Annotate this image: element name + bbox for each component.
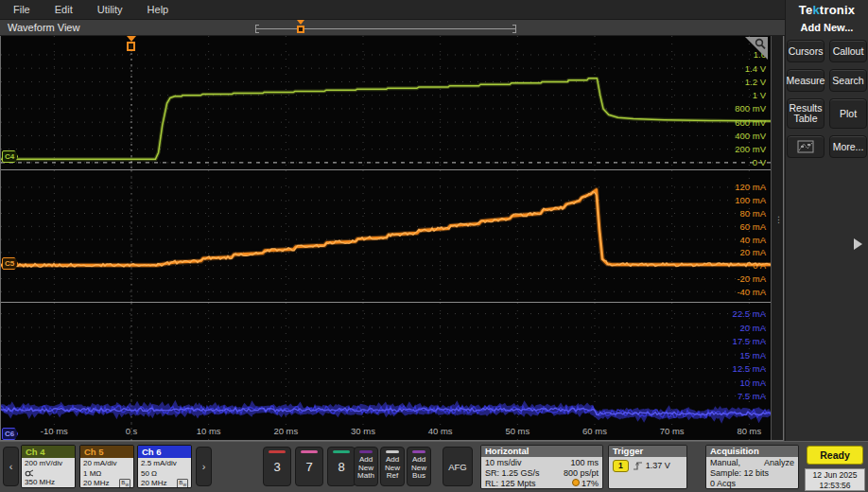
acquisition-panel[interactable]: Acquisition Manual,Analyze Sample: 12 bi… (705, 445, 799, 489)
bandwidth-limit-icon: Bw (177, 479, 188, 488)
search-button[interactable]: Search (829, 69, 867, 92)
svg-text:1.2 V: 1.2 V (745, 77, 767, 87)
ready-status-button[interactable]: Ready (807, 446, 863, 465)
ch4-header: Ch 4 (22, 446, 75, 458)
horizontal-panel[interactable]: Horizontal 10 ms/div100 ms SR: 1.25 GS/s… (480, 445, 603, 489)
rising-edge-icon (633, 461, 643, 471)
ch6-bandwidth: 20 MHz (141, 479, 167, 488)
add-new-ref-button[interactable]: Add New Ref (380, 447, 405, 486)
trigger-level: 1.37 V (646, 461, 670, 471)
svg-text:1 V: 1 V (753, 90, 767, 100)
add-new-header: Add New... (786, 22, 868, 33)
channel-scroll-right-button[interactable]: › (196, 447, 212, 486)
channel-badge-ch4[interactable]: Ch 4 200 mV/div 350 MHz (21, 445, 76, 488)
channel-3-button[interactable]: 3 (263, 447, 291, 486)
svg-text:-40 mA: -40 mA (737, 287, 766, 297)
menu-file[interactable]: File (13, 4, 30, 15)
acquisition-sample: Sample: 12 bits (710, 468, 794, 479)
svg-text:-10 ms: -10 ms (41, 426, 68, 436)
mask-icon (797, 140, 814, 153)
overview-trigger-position-icon[interactable] (297, 23, 305, 34)
trigger-panel[interactable]: Trigger 1 1.37 V (608, 445, 687, 489)
waveform-slice-ch6[interactable]: 22.5 mA20 mA17.5 mA15 mA12.5 mA10 mA7.5 … (1, 302, 772, 442)
menu-help[interactable]: Help (148, 4, 169, 15)
ch5-bandwidth: 20 MHz (83, 479, 110, 488)
overview-track (255, 28, 516, 29)
datetime-display: 12 Jun 2025 12:53:56 (805, 468, 865, 491)
more-button[interactable]: More... (829, 135, 867, 158)
acquisition-analyze: Analyze (764, 458, 794, 468)
svg-text:80 mA: 80 mA (740, 208, 767, 219)
probe-icon (25, 469, 72, 478)
measure-button[interactable]: Measure (787, 69, 825, 92)
horizontal-position: 17% (582, 479, 599, 488)
menu-utility[interactable]: Utility (97, 4, 123, 15)
acquisition-count: 0 Acqs (710, 479, 794, 489)
channel-7-button[interactable]: 7 (295, 447, 323, 486)
svg-text:20 mA: 20 mA (740, 247, 767, 257)
callout-button[interactable]: Callout (829, 40, 867, 62)
svg-text:-20 mA: -20 mA (737, 273, 766, 284)
svg-text:7.5 mA: 7.5 mA (738, 391, 767, 401)
channel-badge-ch5[interactable]: Ch 5 20 mA/div 1 MΩ 20 MHzBw (79, 445, 134, 488)
acquisition-title: Acquisition (706, 446, 798, 457)
mask-test-button[interactable] (787, 135, 825, 158)
panel-expander-arrow-icon[interactable] (854, 238, 862, 250)
svg-text:800 mV: 800 mV (735, 103, 766, 114)
ch5-header: Ch 5 (80, 446, 133, 458)
horizontal-scale: 10 ms/div (485, 458, 522, 468)
svg-text:100 mA: 100 mA (735, 195, 766, 205)
slice-svg-1: 120 mA100 mA80 mA60 mA40 mA20 mA0 A-20 m… (1, 170, 772, 303)
menu-bar: File Edit Utility Help (0, 0, 785, 20)
bandwidth-limit-icon: Bw (119, 479, 130, 488)
add-new-math-button[interactable]: Add New Math (354, 447, 378, 486)
waveform-slice-ch4[interactable]: 1.61.4 V1.2 V1 V800 mV600 mV400 mV200 mV… (1, 36, 772, 169)
svg-text:1.4 V: 1.4 V (745, 63, 767, 74)
channel-scroll-left-button[interactable]: ‹ (3, 447, 19, 486)
scrollbar-handle-icon[interactable]: ⋮ (774, 218, 783, 221)
vertical-scrollbar[interactable]: ⋮ (771, 36, 783, 440)
afg-button[interactable]: AFG (443, 447, 473, 486)
record-length: RL: 125 Mpts (485, 479, 536, 489)
sample-period: 800 ps/pt (564, 468, 599, 479)
svg-text:120 mA: 120 mA (735, 182, 766, 192)
svg-text:0 s: 0 s (126, 426, 138, 436)
svg-text:80 ms: 80 ms (737, 426, 761, 436)
ch4-scale: 200 mV/div (25, 459, 72, 469)
trigger-position-icon[interactable] (126, 36, 137, 53)
svg-text:17.5 mA: 17.5 mA (733, 336, 767, 346)
oscilloscope-screen: File Edit Utility Help Waveform View 1.6… (0, 0, 868, 492)
menu-edit[interactable]: Edit (55, 4, 73, 15)
channel-badge-ch6[interactable]: Ch 6 2.5 mA/div 50 Ω 20 MHzBw (137, 445, 192, 488)
horizontal-window: 100 ms (570, 458, 599, 468)
slice-svg-2: 22.5 mA20 mA17.5 mA15 mA12.5 mA10 mA7.5 … (1, 303, 772, 442)
svg-text:50 ms: 50 ms (505, 426, 529, 436)
bottom-bar: ‹ Ch 4 200 mV/div 350 MHz Ch 5 20 mA/div… (0, 441, 868, 492)
tektronix-logo: Tektronix (786, 0, 868, 17)
svg-text:200 mV: 200 mV (735, 144, 766, 154)
plot-button[interactable]: Plot (829, 98, 867, 129)
ch5-impedance: 1 MΩ (83, 469, 130, 480)
ch6-impedance: 50 Ω (141, 469, 188, 480)
tab-waveform-view[interactable]: Waveform View (8, 22, 79, 33)
results-table-button[interactable]: Results Table (787, 98, 825, 129)
ch5-scale: 20 mA/div (83, 459, 130, 469)
svg-text:20 mA: 20 mA (740, 323, 767, 333)
channel-8-button[interactable]: 8 (327, 447, 356, 486)
right-sidebar: Tektronix Add New... Cursors Callout Mea… (785, 0, 868, 441)
cursors-button[interactable]: Cursors (787, 40, 825, 62)
add-new-bus-button[interactable]: Add New Bus (407, 447, 431, 486)
overview-right-bracket (512, 25, 516, 33)
record-overview-slider[interactable] (255, 26, 516, 32)
svg-text:20 ms: 20 ms (273, 426, 298, 436)
ch4-bandwidth: 350 MHz (25, 478, 72, 488)
waveform-slice-ch5[interactable]: 120 mA100 mA80 mA60 mA40 mA20 mA0 A-20 m… (1, 169, 772, 303)
ch6-header: Ch 6 (138, 446, 191, 458)
svg-text:60 mA: 60 mA (740, 221, 767, 232)
sample-rate: SR: 1.25 GS/s (485, 468, 540, 479)
waveform-display: 1.61.4 V1.2 V1 V800 mV600 mV400 mV200 mV… (0, 36, 784, 441)
svg-text:40 ms: 40 ms (428, 426, 453, 436)
time-label: 12:53:56 (806, 481, 864, 491)
svg-text:0 V: 0 V (753, 157, 767, 167)
trigger-title: Trigger (609, 446, 686, 457)
